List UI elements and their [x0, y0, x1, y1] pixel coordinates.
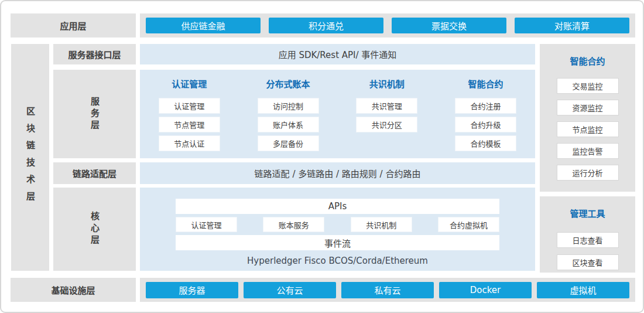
blockchain-tech-layer-label: 区块链技术层 — [24, 107, 36, 209]
service-chip-account-system: 账户体系 — [258, 117, 319, 132]
link-adapter-bar: 链路适配 / 多链路由 / 路由规则 / 合约路由 — [140, 162, 535, 184]
tech-layer-content: 应用 SDK/Rest API/ 事件通知 认证管理 认证管理 节点管理 节点认… — [140, 44, 535, 271]
service-layer-label-box: 服务层 — [53, 70, 136, 158]
infra-layer-strip: 服务器 公有云 私有云 Docker 虚拟机 — [140, 278, 635, 302]
infra-layer-label: 基础设施层 — [11, 278, 136, 302]
service-chip-contract-template: 合约模板 — [455, 135, 516, 151]
service-chip-contract-register: 合约注册 — [455, 98, 516, 114]
app-layer-strip: 供应链金融 积分通兑 票据交换 对账清算 — [140, 13, 635, 38]
infra-block-docker: Docker — [439, 282, 532, 298]
app-layer-label: 应用层 — [11, 13, 136, 38]
chip-monitor-alert: 监控告警 — [557, 143, 619, 159]
platforms-text: Hyperledger Fisco BCOS/Corda/Ethereum — [176, 256, 499, 266]
tools-box-header: 管理工具 — [570, 208, 605, 220]
service-col-smart-contract: 智能合约 合约注册 合约升级 合约模板 — [436, 79, 535, 158]
chip-node-monitor: 节点监控 — [557, 121, 619, 137]
sdk-api-bar: 应用 SDK/Rest API/ 事件通知 — [140, 44, 535, 64]
event-stream-bar: 事件流 — [176, 235, 499, 250]
service-layer-panel: 认证管理 认证管理 节点管理 节点认证 分布式账本 访问控制 账户体系 多层备份… — [140, 70, 535, 158]
service-col-auth-header: 认证管理 — [172, 79, 207, 90]
core-chip-contract-vm: 合约虚拟机 — [438, 217, 499, 232]
management-tools-box: 管理工具 日志查看 区块查看 — [540, 196, 635, 273]
chip-resource-monitor: 资源监控 — [557, 100, 619, 115]
service-chip-multilayer-backup: 多层备份 — [258, 135, 319, 151]
infra-block-public-cloud: 公有云 — [244, 282, 336, 298]
service-chip-node-management: 节点管理 — [159, 117, 220, 132]
app-block-bill-exchange: 票据交换 — [392, 18, 506, 33]
service-chip-node-auth: 节点认证 — [159, 135, 220, 151]
service-col-consensus: 共识机制 共识管理 共识分区 — [338, 79, 437, 158]
chip-block-view: 区块查看 — [557, 254, 619, 270]
service-col-ledger-header: 分布式账本 — [266, 79, 310, 90]
blockchain-tech-layer-bar: 区块链技术层 — [11, 44, 49, 271]
core-modules-row: 认证管理 账本服务 共识机制 合约虚拟机 — [176, 217, 499, 232]
link-adapter-layer-label: 链路适配层 — [53, 162, 136, 184]
app-block-supply-chain-finance: 供应链金融 — [146, 18, 261, 33]
infra-block-private-cloud: 私有云 — [341, 282, 434, 298]
core-chip-auth-management: 认证管理 — [176, 217, 237, 232]
core-chip-ledger-service: 账本服务 — [263, 217, 324, 232]
service-chip-auth-management: 认证管理 — [159, 98, 220, 114]
service-chip-consensus-partition: 共识分区 — [356, 117, 417, 132]
app-block-reconciliation-clearing: 对账清算 — [515, 18, 629, 33]
core-chip-consensus-mechanism: 共识机制 — [351, 217, 412, 232]
service-layer-label: 服务层 — [88, 97, 101, 132]
service-chip-consensus-management: 共识管理 — [356, 98, 417, 114]
blockchain-architecture-diagram: 应用层 供应链金融 积分通兑 票据交换 对账清算 区块链技术层 服务器接口层 服… — [0, 0, 644, 313]
chip-transaction-monitor: 交易监控 — [557, 78, 619, 94]
infra-block-virtual-machine: 虚拟机 — [537, 282, 629, 298]
interface-layer-label: 服务器接口层 — [53, 44, 136, 64]
apis-bar: APIs — [176, 199, 499, 214]
sub-layer-labels: 服务器接口层 服务层 链路适配层 核心层 — [53, 44, 136, 271]
core-layer-label-box: 核心层 — [53, 188, 136, 271]
service-col-consensus-header: 共识机制 — [369, 79, 405, 90]
core-layer-inner: APIs 认证管理 账本服务 共识机制 合约虚拟机 事件流 Hyperledge… — [176, 199, 499, 266]
app-block-points-exchange: 积分通兑 — [269, 18, 383, 33]
service-col-distributed-ledger: 分布式账本 访问控制 账户体系 多层备份 — [239, 79, 338, 158]
service-col-auth: 认证管理 认证管理 节点管理 节点认证 — [140, 79, 239, 158]
chip-operation-analysis: 运行分析 — [557, 165, 619, 181]
right-side-panel: 智能合约 交易监控 资源监控 节点监控 监控告警 运行分析 管理工具 日志查看 … — [540, 44, 635, 273]
smart-contract-monitor-box: 智能合约 交易监控 资源监控 节点监控 监控告警 运行分析 — [540, 44, 635, 192]
core-layer-panel: APIs 认证管理 账本服务 共识机制 合约虚拟机 事件流 Hyperledge… — [140, 188, 535, 271]
service-col-contract-header: 智能合约 — [468, 79, 503, 90]
monitor-box-header: 智能合约 — [570, 56, 605, 67]
service-chip-contract-upgrade: 合约升级 — [455, 117, 516, 132]
core-layer-label: 核心层 — [88, 212, 101, 247]
chip-log-view: 日志查看 — [557, 232, 619, 248]
infra-block-server: 服务器 — [146, 282, 238, 298]
service-chip-access-control: 访问控制 — [258, 98, 319, 114]
